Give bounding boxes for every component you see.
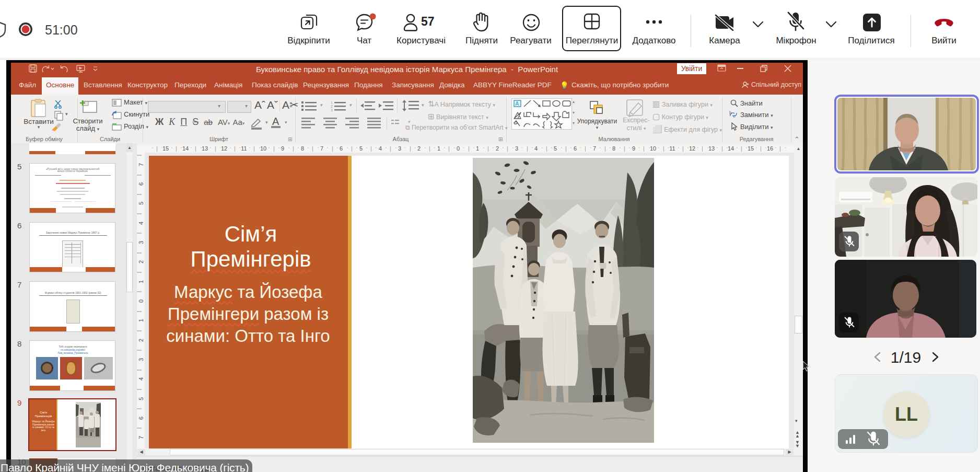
svg-text:3: 3	[331, 108, 333, 111]
svg-text:1: 1	[331, 101, 333, 105]
svg-text:2: 2	[331, 105, 333, 108]
svg-text:A: A	[516, 101, 519, 107]
